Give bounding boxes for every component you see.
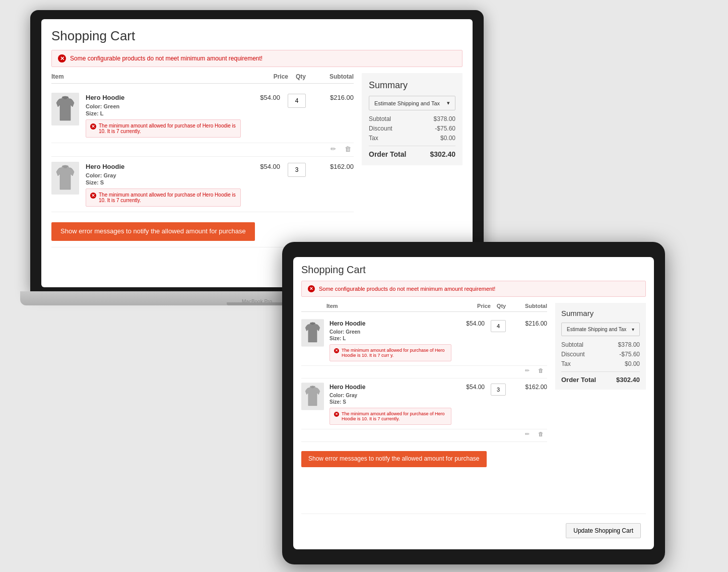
laptop-item-1-error-icon: ✕ xyxy=(90,123,96,130)
tablet-header-subtotal: Subtotal xyxy=(512,303,547,309)
tablet-cart-content: Shopping Cart ✕ Some configurable produc… xyxy=(293,257,654,549)
laptop-discount-label: Discount xyxy=(369,125,392,132)
tablet-discount-row: Discount -$75.60 xyxy=(561,351,640,358)
tablet-header-price: Price xyxy=(460,303,491,309)
laptop-item-2-qty[interactable] xyxy=(288,163,306,177)
laptop-error-banner: ✕ Some configurable products do not meet… xyxy=(51,50,462,67)
tablet-discount-label: Discount xyxy=(561,351,585,358)
tablet-cart-item-1: Hero Hoodie Color: Green Size: L xyxy=(301,315,547,366)
laptop-item-1-qty-wrap xyxy=(284,93,309,138)
laptop-item-2-subtotal: $162.00 xyxy=(313,162,354,207)
tablet-shipping-chevron: ▾ xyxy=(632,327,634,332)
laptop-tax-label: Tax xyxy=(369,135,378,142)
tablet-item-2-name: Hero Hoodie xyxy=(329,384,451,391)
laptop-shipping-dropdown[interactable]: Estimate Shipping and Tax ▾ xyxy=(369,96,455,110)
laptop-item-2-image xyxy=(51,162,79,195)
laptop-item-1-size: Size: L xyxy=(86,110,241,116)
svg-point-5 xyxy=(311,323,314,325)
laptop-cart-item-1: Hero Hoodie Color: Green Size: L xyxy=(51,88,354,143)
laptop-discount-value: -$75.60 xyxy=(435,125,455,132)
tablet-item-2-qty[interactable] xyxy=(491,384,506,396)
tablet-error-text: Some configurable products do not meet m… xyxy=(319,286,495,292)
laptop-table-header: Item Price Qty Subtotal xyxy=(51,73,354,84)
laptop-item-2-color: Color: Gray xyxy=(86,172,241,178)
laptop-subtotal-label: Subtotal xyxy=(369,115,391,122)
tablet-item-2-image xyxy=(301,383,324,410)
tablet-tax-value: $0.00 xyxy=(625,360,640,367)
tablet-item-1-name: Hero Hoodie xyxy=(329,320,451,327)
tablet-item-1-size: Size: L xyxy=(329,336,451,341)
laptop-subtotal-value: $378.00 xyxy=(434,115,455,122)
tablet-cart-item-2: Hero Hoodie Color: Gray Size: S xyxy=(301,378,547,429)
tablet-item-2-edit-icon[interactable]: ✏ xyxy=(525,431,534,440)
laptop-tax-value: $0.00 xyxy=(440,135,455,142)
tablet-header-qty: Qty xyxy=(491,303,512,309)
tablet-item-1-error-icon: ✕ xyxy=(334,348,339,353)
laptop-item-2-qty-wrap xyxy=(284,162,309,207)
laptop-item-2-details: Hero Hoodie Color: Gray Size: S xyxy=(86,162,241,207)
header-item: Item xyxy=(51,73,253,80)
laptop-item-2-price: $54.00 xyxy=(245,162,280,207)
laptop-item-2-size: Size: S xyxy=(86,179,241,185)
tablet-update-button[interactable]: Update Shopping Cart xyxy=(566,523,641,538)
tablet-bezel: Shopping Cart ✕ Some configurable produc… xyxy=(282,242,665,564)
tablet-subtotal-label: Subtotal xyxy=(561,341,583,348)
tablet-cart-layout: Item Price Qty Subtotal xyxy=(301,303,646,514)
tablet-item-2-color: Color: Gray xyxy=(329,393,451,398)
tablet-item-2-subtotal: $162.00 xyxy=(512,383,547,425)
laptop-item-1-trash-icon[interactable]: 🗑 xyxy=(345,145,354,154)
tablet-item-2-qty-wrap xyxy=(488,383,509,425)
laptop-summary-title: Summary xyxy=(369,80,455,91)
laptop-subtotal-row: Subtotal $378.00 xyxy=(369,115,455,122)
tablet-cta-button[interactable]: Show error messages to notify the allowe… xyxy=(301,451,487,467)
tablet-item-2-details: Hero Hoodie Color: Gray Size: S xyxy=(329,383,451,425)
laptop-item-2-error-icon: ✕ xyxy=(90,193,96,199)
tablet-item-1-edit-icon[interactable]: ✏ xyxy=(525,367,534,376)
header-price: Price xyxy=(253,73,288,80)
tablet-total-label: Order Total xyxy=(561,376,596,384)
laptop-cart-title: Shopping Cart xyxy=(51,28,462,44)
svg-point-7 xyxy=(311,386,314,389)
laptop-tax-row: Tax $0.00 xyxy=(369,135,455,142)
laptop-cart-item-2: Hero Hoodie Color: Gray Size: S xyxy=(51,157,354,212)
tablet-shipping-label: Estimate Shipping and Tax xyxy=(567,327,626,332)
header-subtotal: Subtotal xyxy=(313,73,354,80)
laptop-item-2-name: Hero Hoodie xyxy=(86,163,241,170)
laptop-item-1-image xyxy=(51,93,79,125)
tablet-item-2-trash-icon[interactable]: 🗑 xyxy=(538,431,547,440)
svg-point-1 xyxy=(63,96,68,99)
laptop-item-1-edit-icon[interactable]: ✏ xyxy=(330,145,340,154)
tablet-item-1-error: ✕ The minimum amount allowed for purchas… xyxy=(329,344,451,361)
tablet-item-2-size: Size: S xyxy=(329,399,451,405)
laptop-item-1-error: ✕ The minimum amount allowed for purchas… xyxy=(86,119,241,138)
laptop-cta-button[interactable]: Show error messages to notify the allowe… xyxy=(51,222,255,241)
tablet-summary-title: Summary xyxy=(561,309,640,317)
tablet-cart-title: Shopping Cart xyxy=(301,264,646,276)
tablet-shipping-dropdown[interactable]: Estimate Shipping and Tax ▾ xyxy=(561,323,640,336)
laptop-total-value: $302.40 xyxy=(430,150,455,158)
laptop-discount-row: Discount -$75.60 xyxy=(369,125,455,132)
laptop-item-1-name: Hero Hoodie xyxy=(86,94,241,101)
tablet-discount-value: -$75.60 xyxy=(619,351,640,358)
laptop-shipping-label: Estimate Shipping and Tax xyxy=(374,100,440,106)
laptop-item-2-error: ✕ The minimum amount allowed for purchas… xyxy=(86,188,241,207)
laptop-item-1-price: $54.00 xyxy=(245,93,280,138)
laptop-shipping-chevron: ▾ xyxy=(447,100,450,106)
laptop-item-1-qty[interactable] xyxy=(288,94,306,108)
laptop-item-1-details: Hero Hoodie Color: Green Size: L xyxy=(86,93,241,138)
laptop-item-1-color: Color: Green xyxy=(86,103,241,109)
tablet-item-1-trash-icon[interactable]: 🗑 xyxy=(538,367,547,376)
tablet-item-1-price: $54.00 xyxy=(454,319,485,361)
tablet-screen: Shopping Cart ✕ Some configurable produc… xyxy=(293,257,654,549)
laptop-error-text: Some configurable products do not meet m… xyxy=(70,55,262,62)
tablet-item-1-qty[interactable] xyxy=(491,320,506,332)
tablet-item-2-error-icon: ✕ xyxy=(334,412,339,417)
tablet-item-1-subtotal: $216.00 xyxy=(512,319,547,361)
tablet-item-2-price: $54.00 xyxy=(454,383,485,425)
laptop-brand-label: MacBook Pro xyxy=(242,299,272,304)
tablet-subtotal-row: Subtotal $378.00 xyxy=(561,341,640,348)
laptop-total-label: Order Total xyxy=(369,150,406,158)
tablet-cart-sidebar: Summary Estimate Shipping and Tax ▾ Subt… xyxy=(555,303,646,514)
tablet-bottom-bar: Update Shopping Cart xyxy=(301,514,646,542)
svg-point-3 xyxy=(63,165,68,168)
